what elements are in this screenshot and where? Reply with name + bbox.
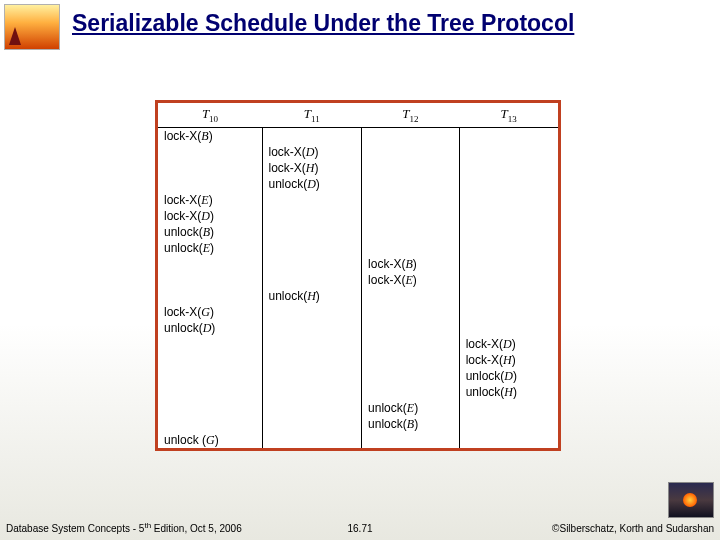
table-row: unlock(H) bbox=[158, 288, 558, 304]
table-row: lock-X(G) bbox=[158, 304, 558, 320]
table-row: unlock(D) bbox=[158, 368, 558, 384]
table-cell bbox=[362, 127, 460, 144]
table-row: lock-X(H) bbox=[158, 352, 558, 368]
table-cell bbox=[362, 144, 460, 160]
table-cell: unlock (G) bbox=[158, 432, 262, 448]
table-cell bbox=[262, 240, 362, 256]
table-cell bbox=[459, 256, 558, 272]
table-cell: unlock(D) bbox=[262, 176, 362, 192]
table-cell bbox=[459, 144, 558, 160]
table-cell bbox=[459, 176, 558, 192]
col-header: T10 bbox=[158, 103, 262, 127]
table-row: lock-X(B) bbox=[158, 256, 558, 272]
footer-page-number: 16.71 bbox=[242, 523, 478, 534]
table-cell bbox=[158, 272, 262, 288]
table-cell: lock-X(B) bbox=[362, 256, 460, 272]
table-cell bbox=[459, 416, 558, 432]
table-cell: unlock(E) bbox=[158, 240, 262, 256]
footer-copyright: ©Silberschatz, Korth and Sudarshan bbox=[478, 523, 714, 534]
table-cell bbox=[362, 304, 460, 320]
table-cell bbox=[262, 336, 362, 352]
table-row: unlock(B) bbox=[158, 416, 558, 432]
table-cell: unlock(B) bbox=[362, 416, 460, 432]
table-cell: unlock(B) bbox=[158, 224, 262, 240]
table-row: unlock(B) bbox=[158, 224, 558, 240]
table-cell: lock-X(B) bbox=[158, 127, 262, 144]
table-cell bbox=[158, 160, 262, 176]
table-cell bbox=[459, 240, 558, 256]
table-cell bbox=[262, 368, 362, 384]
table-row: unlock(E) bbox=[158, 240, 558, 256]
table-row: lock-X(D) bbox=[158, 208, 558, 224]
table-cell bbox=[362, 240, 460, 256]
table-row: lock-X(H) bbox=[158, 160, 558, 176]
table-row: unlock(E) bbox=[158, 400, 558, 416]
table-cell bbox=[362, 320, 460, 336]
table-cell: lock-X(G) bbox=[158, 304, 262, 320]
table-cell: lock-X(H) bbox=[262, 160, 362, 176]
table-cell bbox=[459, 127, 558, 144]
table-cell bbox=[262, 127, 362, 144]
table-cell: lock-X(D) bbox=[262, 144, 362, 160]
table-cell bbox=[362, 176, 460, 192]
table-cell bbox=[459, 320, 558, 336]
table-cell: lock-X(E) bbox=[158, 192, 262, 208]
schedule-table: T10 T11 T12 T13 lock-X(B) lock-X(D) lock… bbox=[158, 103, 558, 448]
table-cell: lock-X(H) bbox=[459, 352, 558, 368]
table-row: lock-X(B) bbox=[158, 127, 558, 144]
col-header: T11 bbox=[262, 103, 362, 127]
table-cell bbox=[459, 160, 558, 176]
table-cell: unlock(H) bbox=[262, 288, 362, 304]
table-cell bbox=[262, 384, 362, 400]
table-cell bbox=[262, 208, 362, 224]
table-cell bbox=[262, 192, 362, 208]
table-cell: lock-X(D) bbox=[459, 336, 558, 352]
table-cell bbox=[362, 432, 460, 448]
table-cell bbox=[459, 224, 558, 240]
top-logo-icon bbox=[4, 4, 60, 50]
table-cell bbox=[362, 208, 460, 224]
table-cell bbox=[158, 384, 262, 400]
table-cell bbox=[158, 416, 262, 432]
table-cell bbox=[158, 352, 262, 368]
table-cell bbox=[362, 336, 460, 352]
table-cell bbox=[362, 288, 460, 304]
table-cell bbox=[459, 304, 558, 320]
col-header: T12 bbox=[362, 103, 460, 127]
table-cell bbox=[362, 352, 460, 368]
table-cell bbox=[262, 416, 362, 432]
slide-title: Serializable Schedule Under the Tree Pro… bbox=[72, 10, 712, 37]
table-cell bbox=[262, 304, 362, 320]
table-cell bbox=[262, 272, 362, 288]
footer: Database System Concepts - 5th Edition, … bbox=[6, 521, 714, 534]
table-row: lock-X(E) bbox=[158, 192, 558, 208]
table-cell bbox=[158, 288, 262, 304]
table-row: lock-X(D) bbox=[158, 144, 558, 160]
table-row: unlock(H) bbox=[158, 384, 558, 400]
col-header: T13 bbox=[459, 103, 558, 127]
table-cell bbox=[362, 192, 460, 208]
table-cell: unlock(H) bbox=[459, 384, 558, 400]
table-cell bbox=[262, 320, 362, 336]
table-cell bbox=[158, 256, 262, 272]
table-cell bbox=[459, 192, 558, 208]
table-cell bbox=[158, 176, 262, 192]
schedule-figure: T10 T11 T12 T13 lock-X(B) lock-X(D) lock… bbox=[155, 100, 561, 451]
table-cell bbox=[262, 352, 362, 368]
table-row: unlock(D) bbox=[158, 176, 558, 192]
table-row: unlock(D) bbox=[158, 320, 558, 336]
table-cell bbox=[262, 224, 362, 240]
table-cell bbox=[158, 400, 262, 416]
table-cell bbox=[262, 400, 362, 416]
table-cell: lock-X(E) bbox=[362, 272, 460, 288]
table-cell bbox=[362, 224, 460, 240]
table-cell bbox=[459, 288, 558, 304]
table-cell bbox=[459, 432, 558, 448]
table-header-row: T10 T11 T12 T13 bbox=[158, 103, 558, 127]
table-cell: unlock(D) bbox=[459, 368, 558, 384]
table-cell bbox=[362, 384, 460, 400]
table-cell bbox=[459, 400, 558, 416]
table-cell: unlock(E) bbox=[362, 400, 460, 416]
table-cell bbox=[362, 368, 460, 384]
table-cell bbox=[158, 144, 262, 160]
